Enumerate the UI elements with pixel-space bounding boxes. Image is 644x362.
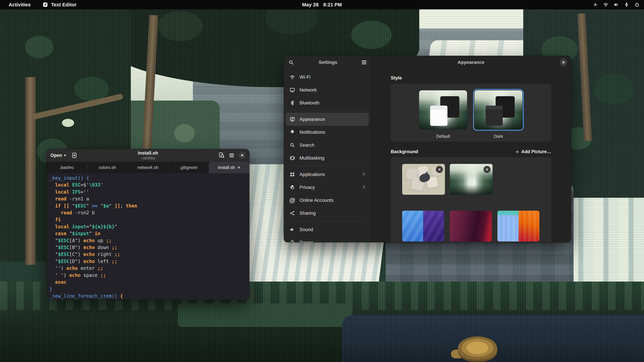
desktop: Activities Text Editor May 28 8:21 PM: [0, 0, 644, 362]
mini-window-front: [430, 106, 448, 126]
preset-wallpaper-maroon[interactable]: [450, 211, 492, 242]
user-wallpaper-forest[interactable]: [450, 164, 492, 195]
top-bar: Activities Text Editor May 28 8:21 PM: [0, 0, 644, 9]
focused-app-menu[interactable]: Text Editor: [42, 2, 77, 7]
code-line: '') echo enter ;;: [50, 265, 250, 272]
code-line: read -rsn1 a: [50, 195, 250, 202]
tab-bar: .bashrc colors.sh network.sh .gitignore …: [46, 162, 250, 173]
multitasking-icon: [290, 155, 295, 161]
preset-gradient: [450, 211, 492, 242]
activities-button[interactable]: Activities: [9, 2, 31, 7]
sidebar-item-appearance[interactable]: Appearance: [286, 113, 369, 126]
tab-gitignore[interactable]: .gitignore: [168, 162, 209, 173]
text-editor-window: Open install.sh ~/dotfiles .bashrc color…: [46, 149, 250, 300]
primary-menu-icon[interactable]: [362, 62, 366, 62]
date-label: May 28: [302, 2, 319, 7]
sidebar-item-online-accounts[interactable]: Online Accounts: [286, 194, 369, 207]
preset-dark-half: [423, 211, 444, 242]
preset-wallpaper-blue-purple[interactable]: [402, 211, 444, 242]
brightness-icon: [593, 2, 598, 7]
tab-close-icon[interactable]: [238, 165, 240, 170]
sidebar-item-sound[interactable]: Sound: [286, 223, 369, 236]
preset-light-half: [402, 211, 423, 242]
preset-dark-half: [518, 211, 539, 242]
add-picture-button[interactable]: Add Picture…: [516, 149, 551, 154]
style-default-label: Default: [419, 134, 467, 139]
remove-wallpaper-button[interactable]: [436, 166, 443, 173]
open-button-label: Open: [50, 153, 62, 158]
code-line: esac: [50, 279, 250, 286]
remove-wallpaper-button[interactable]: [484, 166, 490, 173]
document-name: install.sh: [138, 150, 158, 156]
at-icon: [290, 197, 295, 203]
style-option-dark[interactable]: Dark: [474, 90, 522, 139]
text-editor-titlebar[interactable]: Open install.sh ~/dotfiles: [46, 149, 250, 162]
code-line: case "$input" in: [50, 230, 250, 237]
code-line: read -rsn2 b: [50, 209, 250, 216]
appearance-icon: [290, 116, 295, 122]
preset-wallpaper-blue-orange[interactable]: [498, 211, 539, 242]
code-line: if [[ "$ESC" == "$a" ]]; then: [50, 202, 250, 209]
settings-sidebar-header[interactable]: Settings: [284, 56, 371, 69]
document-preview-icon[interactable]: [218, 152, 225, 159]
style-preview-default[interactable]: [419, 90, 467, 129]
tab-network-sh[interactable]: network.sh: [128, 162, 168, 173]
settings-title: Settings: [319, 60, 337, 65]
code-line: local ESC=$'\033': [50, 182, 250, 188]
code-line: }: [50, 286, 250, 293]
settings-window: Settings Wi-Fi Network: [284, 56, 571, 242]
user-wallpaper-abstract[interactable]: [402, 164, 445, 195]
wifi-icon: [603, 2, 608, 7]
menu-icon[interactable]: [229, 155, 234, 156]
style-card: Default Dark: [391, 84, 551, 141]
code-line: "$ESC[D") echo left ;;: [50, 258, 250, 265]
chevron-right-icon: [362, 174, 365, 175]
code-editor-area[interactable]: _key_input() { local ESC=$'\033' local I…: [46, 173, 250, 300]
code-line: _key_input() {: [50, 175, 250, 182]
system-status-area[interactable]: [593, 2, 640, 7]
hand-icon: [290, 185, 295, 190]
settings-nav-list: Wi-Fi Network Bluetooth: [284, 69, 371, 242]
tab-install-sh[interactable]: install.sh: [209, 162, 250, 173]
clock-button[interactable]: May 28 8:21 PM: [302, 2, 342, 7]
code-line: "$ESC[A") echo up ;;: [50, 237, 250, 244]
sidebar-item-bluetooth[interactable]: Bluetooth: [286, 96, 369, 109]
tab-bashrc[interactable]: .bashrc: [46, 162, 87, 173]
appearance-panel: Appearance Style: [371, 56, 571, 242]
sidebar-item-search[interactable]: Search: [286, 139, 369, 151]
share-icon: [290, 210, 295, 216]
appearance-header[interactable]: Appearance: [371, 56, 571, 69]
sidebar-item-power[interactable]: Power: [286, 236, 369, 242]
sidebar-item-multitasking[interactable]: Multitasking: [286, 151, 369, 164]
background-card: [391, 157, 551, 242]
sidebar-item-privacy[interactable]: Privacy: [286, 181, 369, 194]
sidebar-divider: [288, 111, 367, 111]
close-window-button[interactable]: [238, 151, 246, 159]
code-line: fi: [50, 216, 250, 223]
sidebar-item-applications[interactable]: Applications: [286, 168, 369, 181]
document-folder: ~/dotfiles: [138, 156, 158, 160]
chevron-down-icon: [64, 153, 66, 158]
speaker-icon: [290, 227, 295, 232]
code-line: "$ESC[C") echo right ;;: [50, 251, 250, 258]
mini-window-header: [486, 106, 503, 110]
close-window-button[interactable]: [560, 58, 567, 66]
search-icon[interactable]: [288, 59, 294, 65]
style-option-default[interactable]: Default: [419, 90, 467, 139]
mini-window-front: [486, 106, 503, 126]
sidebar-item-wifi[interactable]: Wi-Fi: [286, 70, 369, 83]
bell-icon: [290, 129, 295, 135]
power-icon: [634, 2, 640, 7]
style-preview-dark[interactable]: [474, 90, 522, 129]
sidebar-item-notifications[interactable]: Notifications: [286, 126, 369, 139]
sidebar-item-sharing[interactable]: Sharing: [286, 207, 369, 220]
apps-grid-icon: [290, 172, 295, 177]
open-button[interactable]: Open: [50, 153, 66, 158]
tab-colors-sh[interactable]: colors.sh: [87, 162, 128, 173]
background-section-heading: Background: [391, 149, 418, 154]
settings-sidebar: Settings Wi-Fi Network: [284, 56, 371, 242]
mini-window-header: [430, 106, 448, 110]
focused-app-name: Text Editor: [51, 2, 77, 7]
new-tab-icon[interactable]: [71, 152, 78, 159]
sidebar-item-network[interactable]: Network: [286, 83, 369, 96]
